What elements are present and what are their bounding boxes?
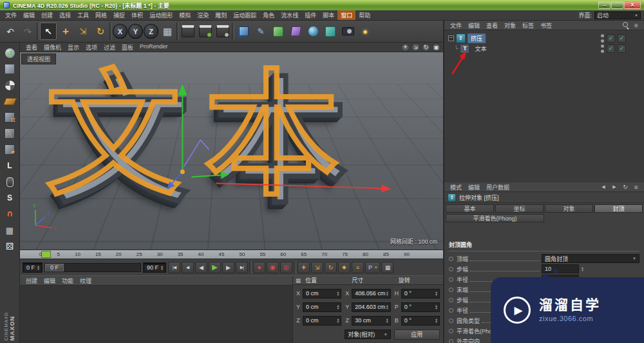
render-view-icon[interactable] <box>180 23 196 40</box>
magnet-icon[interactable] <box>3 207 17 221</box>
points-mode-icon[interactable] <box>3 110 17 124</box>
stepper-icon[interactable] <box>581 266 584 271</box>
spline-pen-icon[interactable] <box>252 23 269 40</box>
viewport-menu-item[interactable]: 面板 <box>118 43 137 52</box>
menu-item[interactable]: 雕刻 <box>212 10 230 20</box>
stepper-icon[interactable] <box>386 318 389 323</box>
prev-object-icon[interactable] <box>600 184 607 190</box>
zoom-view-icon[interactable] <box>412 43 420 52</box>
environment-icon[interactable] <box>305 23 321 40</box>
edges-mode-icon[interactable] <box>3 126 17 141</box>
visibility-dots[interactable] <box>601 34 604 43</box>
make-editable-icon[interactable] <box>3 46 17 60</box>
material-menu-item[interactable]: 纹理 <box>77 276 95 286</box>
timeline-ruler[interactable]: 051015202530354045505560657075808590 <box>20 250 443 259</box>
animation-toggle[interactable] <box>449 339 453 343</box>
menu-item[interactable]: 脚本 <box>319 10 337 20</box>
tab-phong[interactable]: 平滑着色(Phong) <box>446 214 544 222</box>
menu-burger-icon[interactable] <box>632 22 640 29</box>
interface-select[interactable]: 启动 <box>594 12 641 19</box>
stepper-icon[interactable] <box>386 291 389 296</box>
z-axis-lock-button[interactable]: Z <box>144 24 158 39</box>
playback-rate-button[interactable]: P <box>365 262 381 273</box>
toolbar-divider[interactable] <box>232 23 234 40</box>
key-scale-toggle[interactable] <box>311 262 323 273</box>
size-y-field[interactable]: 204.603 cm <box>352 302 390 312</box>
x-axis-lock-button[interactable]: X <box>113 24 128 39</box>
transport-divider[interactable] <box>249 262 252 273</box>
attribute-tab[interactable]: 对象 <box>545 204 593 213</box>
stepper-icon[interactable] <box>37 265 40 270</box>
enable-toggle[interactable] <box>618 44 626 53</box>
om-menu-item[interactable]: 编辑 <box>465 21 483 30</box>
viewport-menu-item[interactable]: ProRender <box>137 43 171 52</box>
viewport-view-label[interactable]: 透视视图 <box>21 54 56 64</box>
visibility-dots[interactable] <box>601 44 604 53</box>
animation-toggle[interactable] <box>449 267 453 271</box>
rotate-tool-icon[interactable] <box>92 23 109 40</box>
search-icon[interactable] <box>622 22 629 29</box>
frame-slider-handle[interactable]: 0 F <box>45 264 64 271</box>
axis-gizmo[interactable]: Y X Z <box>20 52 443 250</box>
animation-toggle[interactable] <box>449 298 453 302</box>
frame-slider[interactable]: 0 F <box>44 263 141 272</box>
next-frame-button[interactable] <box>222 262 234 273</box>
add-cube-icon[interactable] <box>235 23 252 40</box>
enable-toggle[interactable] <box>607 34 615 43</box>
goto-start-button[interactable] <box>168 262 180 273</box>
om-menu-item[interactable]: 书签 <box>537 21 555 30</box>
enable-toggle[interactable] <box>618 34 626 43</box>
undo-icon[interactable] <box>2 23 19 40</box>
menu-item[interactable]: 编辑 <box>20 10 38 20</box>
viewport-menu-item[interactable]: 查看 <box>23 43 41 52</box>
viewport-menu-item[interactable]: 过滤 <box>100 43 118 52</box>
object-item-text[interactable]: 文本 <box>471 44 489 54</box>
menu-item[interactable]: 模拟 <box>176 10 194 20</box>
timeline-options-icon[interactable] <box>381 262 393 273</box>
menu-item[interactable]: 工具 <box>74 10 92 20</box>
move-tool-icon[interactable] <box>57 23 74 40</box>
menu-item[interactable]: 创建 <box>38 10 56 20</box>
material-menu-item[interactable]: 功能 <box>59 276 77 286</box>
menu-item[interactable]: 选择 <box>56 10 74 20</box>
viewport-solo-icon[interactable] <box>3 175 17 189</box>
attribute-tab[interactable]: 封顶 <box>594 204 643 213</box>
toolbar-divider[interactable] <box>109 23 112 40</box>
menu-item[interactable]: 运动跟踪 <box>230 10 260 20</box>
rotation-b-field[interactable]: 0 ° <box>401 316 440 326</box>
stepper-icon[interactable] <box>336 318 339 323</box>
material-menu-item[interactable]: 创建 <box>23 276 41 286</box>
material-list[interactable] <box>20 286 292 343</box>
live-selection-icon[interactable] <box>40 23 57 40</box>
menu-item[interactable]: 流水线 <box>278 10 301 20</box>
workplane-mode-icon[interactable] <box>3 94 17 108</box>
om-menu-item[interactable]: 查看 <box>483 21 501 30</box>
size-x-field[interactable]: 408.056 cm <box>352 289 390 299</box>
next-object-icon[interactable] <box>611 184 618 190</box>
rotation-h-field[interactable]: 0 ° <box>401 289 440 299</box>
stepper-icon[interactable] <box>336 291 339 296</box>
record-keyframe-button[interactable] <box>253 262 265 273</box>
menu-item[interactable]: 捕捉 <box>110 10 128 20</box>
prev-frame-button[interactable] <box>195 262 207 273</box>
autokey-button[interactable] <box>267 262 279 273</box>
subdivision-surface-icon[interactable] <box>270 23 287 40</box>
rotate-view-icon[interactable] <box>422 43 430 52</box>
redo-icon[interactable] <box>19 23 36 40</box>
menu-item[interactable]: 渲染 <box>194 10 212 20</box>
key-rotation-toggle[interactable] <box>325 262 337 273</box>
size-z-field[interactable]: 30 cm <box>352 316 390 326</box>
history-icon[interactable] <box>621 184 629 190</box>
animation-toggle[interactable] <box>449 277 453 282</box>
menu-item[interactable]: 插件 <box>301 10 319 20</box>
mograph-icon[interactable] <box>322 23 339 40</box>
render-picture-viewer-icon[interactable] <box>197 23 214 40</box>
stepper-icon[interactable] <box>435 291 438 296</box>
snap-icon[interactable] <box>3 191 17 205</box>
menu-item[interactable]: 文件 <box>2 10 20 20</box>
end-frame-field[interactable]: 90 F <box>143 262 166 273</box>
menu-item[interactable]: 角色 <box>260 10 278 20</box>
enable-toggle[interactable] <box>607 44 615 53</box>
current-frame-field[interactable]: 0 F <box>23 262 43 273</box>
object-tree[interactable]: 挤压 文本 <box>444 30 644 182</box>
